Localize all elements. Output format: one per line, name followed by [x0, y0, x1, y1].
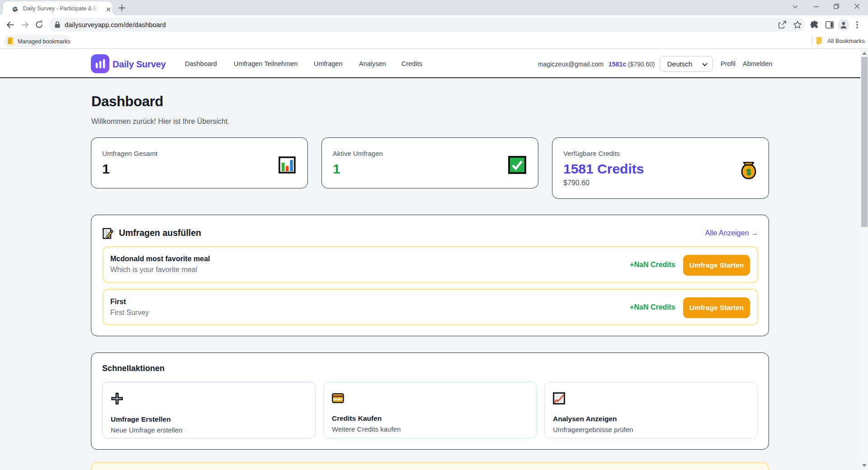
svg-text:$: $	[746, 167, 751, 177]
